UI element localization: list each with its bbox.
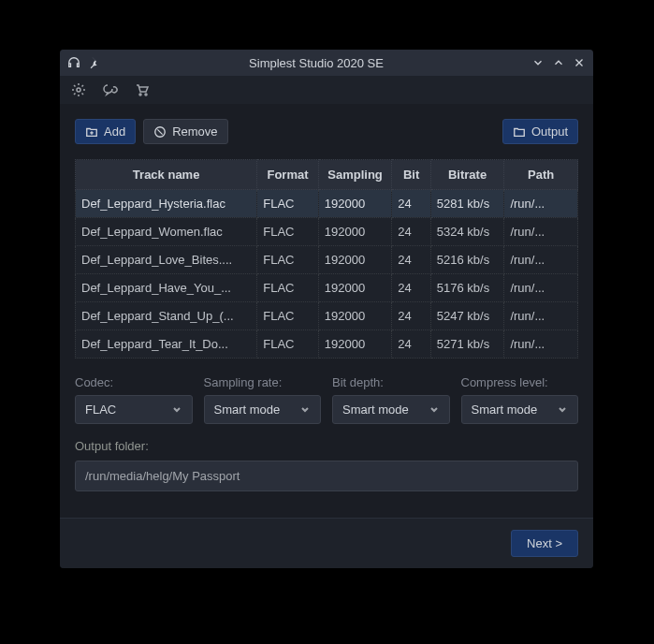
cart-icon[interactable]	[135, 82, 150, 97]
cell-bitrate: 5271 kb/s	[430, 330, 504, 359]
cell-bitrate: 5247 kb/s	[430, 302, 504, 330]
cell-sampling: 192000	[318, 246, 392, 274]
table-row[interactable]: Def_Leppard_Hysteria.flacFLAC19200024528…	[76, 190, 578, 218]
svg-point-1	[139, 94, 141, 95]
chat-icon[interactable]	[103, 82, 118, 97]
table-row[interactable]: Def_Leppard_Women.flacFLAC192000245324 k…	[76, 218, 578, 246]
cell-name: Def_Leppard_Tear_It_Do...	[76, 330, 257, 359]
codec-select[interactable]: FLAC	[75, 395, 193, 424]
chevron-down-icon	[171, 404, 182, 416]
bitdepth-label: Bit depth:	[332, 375, 450, 389]
sampling-label: Sampling rate:	[204, 375, 322, 389]
cell-path: /run/...	[504, 190, 578, 218]
close-icon[interactable]	[573, 56, 586, 69]
cell-bitrate: 5176 kb/s	[430, 274, 504, 302]
svg-point-2	[145, 94, 147, 95]
footer: Next >	[60, 518, 593, 568]
cell-name: Def_Leppard_Have_You_...	[76, 274, 257, 302]
cell-path: /run/...	[504, 218, 578, 246]
cell-sampling: 192000	[318, 330, 392, 359]
svg-point-0	[77, 88, 80, 92]
content: Add Remove Output Track name Format Samp…	[60, 104, 593, 506]
output-button[interactable]: Output	[502, 119, 578, 144]
cell-format: FLAC	[257, 190, 318, 218]
remove-icon	[153, 125, 167, 139]
minimize-icon[interactable]	[531, 56, 545, 69]
add-button[interactable]: Add	[75, 119, 136, 144]
cell-sampling: 192000	[318, 190, 392, 218]
col-path[interactable]: Path	[504, 160, 578, 190]
cell-format: FLAC	[257, 302, 318, 330]
codec-value: FLAC	[85, 402, 116, 417]
bitdepth-value: Smart mode	[342, 402, 409, 417]
pin-icon[interactable]	[88, 56, 101, 69]
cell-bit: 24	[392, 246, 430, 274]
add-label: Add	[104, 124, 125, 139]
toolbar	[60, 76, 593, 104]
headphones-icon	[67, 56, 80, 69]
table-row[interactable]: Def_Leppard_Love_Bites....FLAC1920002452…	[76, 246, 578, 274]
cell-bit: 24	[392, 218, 430, 246]
output-label: Output	[531, 124, 568, 139]
cell-path: /run/...	[504, 330, 578, 359]
output-folder-field[interactable]: /run/media/helg/My Passport	[75, 461, 578, 491]
col-bit[interactable]: Bit	[392, 160, 430, 190]
chevron-down-icon	[299, 404, 311, 416]
cell-sampling: 192000	[318, 302, 392, 330]
form-row: Codec: FLAC Sampling rate: Smart mode Bi…	[75, 375, 578, 424]
app-window: Simplest Studio 2020 SE Add Remove Outpu…	[60, 50, 593, 568]
chevron-down-icon	[557, 404, 568, 416]
cell-format: FLAC	[257, 330, 318, 359]
cell-bit: 24	[392, 330, 430, 359]
table-row[interactable]: Def_Leppard_Have_You_...FLAC192000245176…	[76, 274, 578, 302]
cell-name: Def_Leppard_Stand_Up_(...	[76, 302, 257, 330]
compress-select[interactable]: Smart mode	[461, 395, 579, 424]
next-button[interactable]: Next >	[511, 530, 578, 557]
table-header-row: Track name Format Sampling Bit Bitrate P…	[76, 160, 578, 190]
bitdepth-select[interactable]: Smart mode	[332, 395, 450, 424]
output-folder-label: Output folder:	[75, 439, 578, 453]
col-sampling[interactable]: Sampling	[318, 160, 392, 190]
sampling-group: Sampling rate: Smart mode	[204, 375, 322, 424]
cell-bit: 24	[392, 302, 430, 330]
cell-name: Def_Leppard_Love_Bites....	[76, 246, 257, 274]
cell-bitrate: 5324 kb/s	[430, 218, 504, 246]
window-title: Simplest Studio 2020 SE	[101, 56, 531, 70]
bitdepth-group: Bit depth: Smart mode	[332, 375, 450, 424]
table-row[interactable]: Def_Leppard_Tear_It_Do...FLAC19200024527…	[76, 330, 578, 359]
cell-name: Def_Leppard_Hysteria.flac	[76, 190, 257, 218]
cell-format: FLAC	[257, 274, 318, 302]
compress-label: Compress level:	[461, 375, 579, 389]
cell-path: /run/...	[504, 246, 578, 274]
cell-sampling: 192000	[318, 218, 392, 246]
remove-button[interactable]: Remove	[143, 119, 227, 144]
codec-group: Codec: FLAC	[75, 375, 193, 424]
titlebar: Simplest Studio 2020 SE	[60, 50, 593, 76]
cell-bitrate: 5281 kb/s	[430, 190, 504, 218]
folder-icon	[513, 125, 526, 139]
folder-plus-icon	[85, 125, 98, 139]
gear-icon[interactable]	[71, 82, 86, 97]
cell-sampling: 192000	[318, 274, 392, 302]
remove-label: Remove	[172, 124, 217, 139]
cell-path: /run/...	[504, 274, 578, 302]
col-format[interactable]: Format	[257, 160, 318, 190]
cell-format: FLAC	[257, 246, 318, 274]
cell-bitrate: 5216 kb/s	[430, 246, 504, 274]
maximize-icon[interactable]	[552, 56, 565, 69]
codec-label: Codec:	[75, 375, 193, 389]
compress-group: Compress level: Smart mode	[461, 375, 579, 424]
table-row[interactable]: Def_Leppard_Stand_Up_(...FLAC19200024524…	[76, 302, 578, 330]
track-table: Track name Format Sampling Bit Bitrate P…	[75, 159, 578, 359]
sampling-select[interactable]: Smart mode	[204, 395, 322, 424]
cell-bit: 24	[392, 190, 430, 218]
compress-value: Smart mode	[472, 402, 538, 417]
col-trackname[interactable]: Track name	[76, 160, 257, 190]
cell-format: FLAC	[257, 218, 318, 246]
action-row: Add Remove Output	[75, 119, 578, 144]
cell-name: Def_Leppard_Women.flac	[76, 218, 257, 246]
col-bitrate[interactable]: Bitrate	[430, 160, 504, 190]
next-label: Next >	[527, 536, 562, 550]
cell-bit: 24	[392, 274, 430, 302]
sampling-value: Smart mode	[214, 402, 281, 417]
